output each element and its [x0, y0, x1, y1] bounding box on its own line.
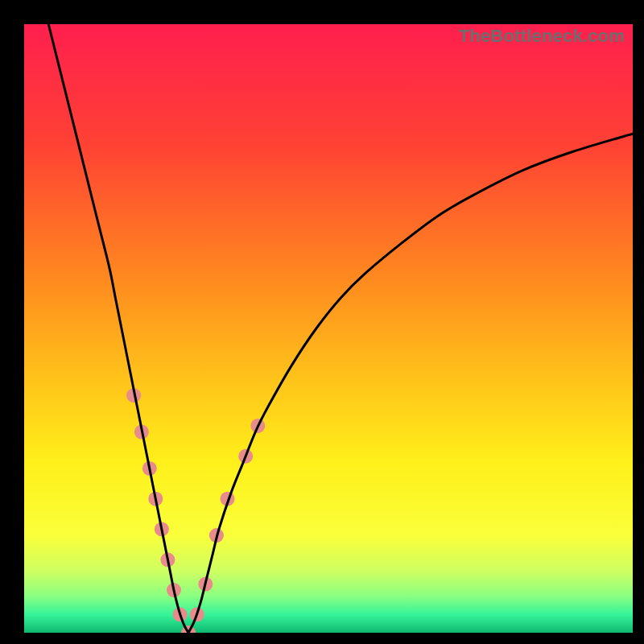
- chart-frame: TheBottleneck.com: [0, 0, 644, 644]
- curve-right: [188, 134, 633, 633]
- curve-left: [48, 24, 188, 633]
- markers-group: [126, 388, 265, 633]
- watermark-text: TheBottleneck.com: [459, 26, 625, 47]
- chart-svg: [24, 24, 633, 633]
- plot-area: TheBottleneck.com: [24, 24, 633, 633]
